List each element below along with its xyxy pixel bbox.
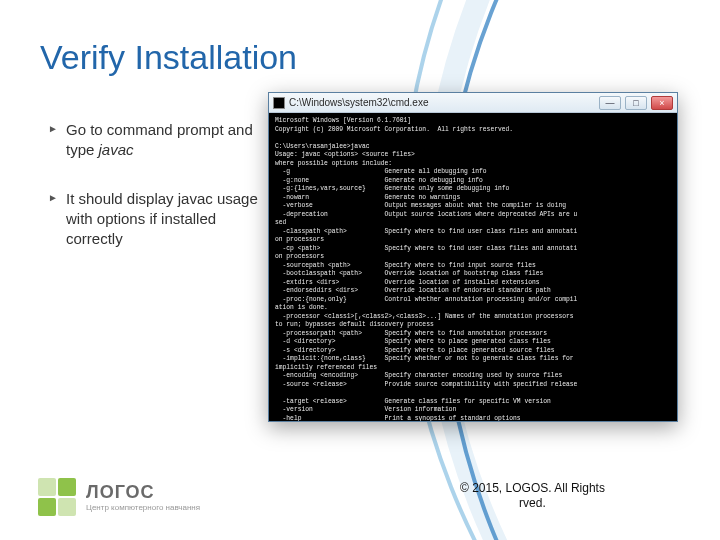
cmd-titlebar[interactable]: C:\Windows\system32\cmd.exe — □ × — [269, 93, 677, 113]
maximize-button[interactable]: □ — [625, 96, 647, 110]
cmd-output: Microsoft Windows [Version 6.1.7601] Cop… — [269, 113, 677, 421]
logo-icon — [38, 478, 76, 516]
bullet-item: It should display javac usage with optio… — [48, 189, 258, 250]
bullet-list: Go to command prompt and type javac It s… — [48, 120, 258, 277]
logo-tagline: Центр компютерного навчання — [86, 503, 200, 512]
bullet-item: Go to command prompt and type javac — [48, 120, 258, 161]
logo-name: ЛОГОС — [86, 482, 200, 503]
close-button[interactable]: × — [651, 96, 673, 110]
copyright-line: rved. — [460, 496, 605, 512]
bullet-text: It should display javac usage with optio… — [66, 190, 258, 248]
cmd-window: C:\Windows\system32\cmd.exe — □ × Micros… — [268, 92, 678, 422]
slide-title: Verify Installation — [40, 38, 297, 77]
bullet-text: Go to command prompt and type — [66, 121, 253, 158]
copyright: © 2015, LOGOS. All Rights rved. — [460, 481, 605, 512]
slide: Verify Installation Go to command prompt… — [0, 0, 720, 540]
logo-text: ЛОГОС Центр компютерного навчання — [86, 482, 200, 512]
footer-logo: ЛОГОС Центр компютерного навчання — [38, 478, 200, 516]
cmd-icon — [273, 97, 285, 109]
cmd-window-title: C:\Windows\system32\cmd.exe — [289, 97, 595, 108]
minimize-button[interactable]: — — [599, 96, 621, 110]
bullet-emph: javac — [99, 141, 134, 158]
copyright-line: © 2015, LOGOS. All Rights — [460, 481, 605, 497]
